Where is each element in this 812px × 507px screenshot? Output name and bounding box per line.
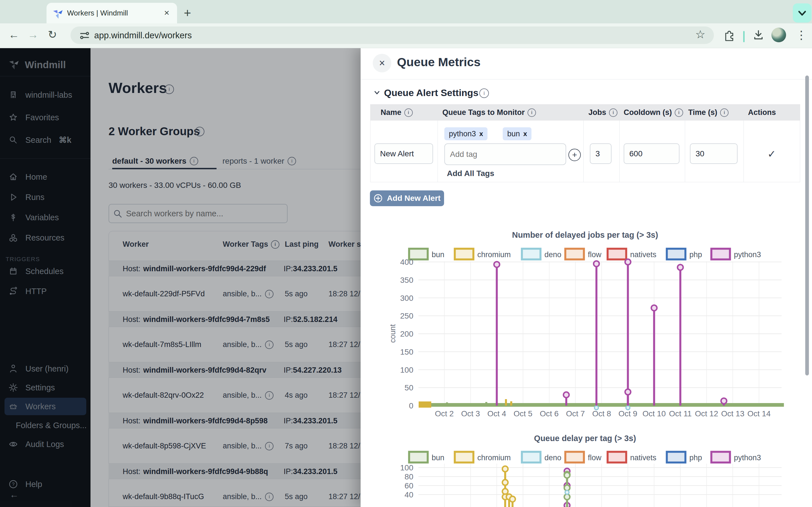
tab-search-button[interactable] (793, 3, 811, 22)
x-tick-label: Oct 5 (514, 409, 532, 418)
info-icon[interactable]: i (675, 108, 683, 117)
tag-pill-python3: python3x (444, 127, 488, 140)
chart-title: Queue delay per tag (> 3s) (534, 434, 636, 443)
plus-circle-icon (373, 193, 383, 203)
x-tick-label: Oct 10 (643, 409, 666, 418)
url-text[interactable]: app.windmill.dev/workers (94, 31, 192, 41)
legend-item-nativets[interactable]: nativets (608, 452, 656, 462)
legend-item-chromium[interactable]: chromium (455, 249, 511, 260)
x-tick-label: Oct 8 (592, 409, 611, 418)
series-marker-bun (564, 472, 570, 478)
legend-item-bun[interactable]: bun (409, 249, 444, 260)
column-divider (438, 121, 438, 182)
tag-label: bun (507, 129, 520, 138)
reload-button[interactable]: ↻ (48, 29, 57, 40)
drawer-backdrop[interactable] (0, 48, 361, 507)
bookmark-star-icon[interactable]: ☆ (695, 29, 705, 40)
legend-item-bun[interactable]: bun (409, 452, 444, 462)
legend-item-flow[interactable]: flow (565, 249, 602, 260)
alert-column-label: Cooldown (s) (624, 108, 672, 117)
y-tick-label: 100 (400, 365, 413, 374)
alert-column-header: Cooldown (s)i (624, 108, 683, 117)
tab-close-icon[interactable]: × (164, 8, 169, 18)
y-tick-label: 50 (405, 383, 413, 392)
windmill-favicon-icon (52, 7, 64, 18)
section-title: Queue Alert Settings (384, 87, 478, 98)
series-marker-python3 (721, 398, 726, 404)
divider (361, 79, 812, 79)
series-dot-deno (626, 406, 630, 410)
toolbar-separator (743, 31, 745, 42)
legend-item-deno[interactable]: deno (522, 452, 561, 462)
avatar[interactable] (771, 27, 786, 42)
add-all-tags-link[interactable]: Add All Tags (447, 169, 494, 178)
collapse-section-chevron-icon[interactable] (373, 88, 381, 98)
series-marker-python3 (651, 305, 657, 311)
legend-item-php[interactable]: php (667, 452, 702, 462)
x-tick-label: Oct 2 (435, 409, 454, 418)
confirm-check-icon[interactable]: ✓ (767, 148, 776, 160)
legend-item-python3[interactable]: python3 (711, 249, 761, 260)
alert-name-input[interactable] (374, 144, 433, 164)
add-tag-plus-button[interactable]: + (568, 149, 581, 161)
legend-item-chromium[interactable]: chromium (455, 452, 511, 462)
column-divider (619, 121, 620, 182)
y-tick-label: 400 (400, 258, 413, 267)
add-new-alert-label: Add New Alert (387, 194, 441, 203)
alert-column-label: Actions (748, 108, 776, 117)
legend-item-flow[interactable]: flow (565, 452, 602, 462)
legend-label: python3 (734, 250, 761, 259)
series-marker-python3 (594, 261, 599, 267)
close-drawer-button[interactable]: × (373, 54, 391, 72)
add-new-alert-button[interactable]: Add New Alert (370, 190, 444, 206)
info-icon[interactable]: i (720, 108, 728, 117)
info-icon[interactable]: i (404, 108, 413, 117)
series-marker-python3 (625, 389, 631, 395)
legend-item-php[interactable]: php (667, 249, 702, 260)
x-tick-label: Oct 11 (669, 409, 692, 418)
legend-item-python3[interactable]: python3 (711, 452, 761, 462)
browser-menu-kebab-icon[interactable]: ⋮ (796, 29, 807, 41)
cooldown-input[interactable] (624, 144, 679, 164)
legend-item-nativets[interactable]: nativets (608, 249, 656, 260)
y-tick-label: 350 (400, 276, 413, 284)
column-divider (744, 121, 744, 182)
alert-column-label: Time (s) (688, 108, 717, 117)
y-tick-label: 300 (400, 294, 413, 302)
download-icon[interactable] (752, 29, 765, 41)
chart-1: Queue delay per tag (> 3s)bunchromiumden… (389, 422, 812, 507)
legend-label: chromium (477, 453, 511, 462)
series-dot-deno (594, 406, 598, 410)
series-marker-chromium (510, 496, 515, 502)
remove-tag-icon[interactable]: x (523, 130, 527, 138)
legend-label: nativets (630, 250, 656, 259)
new-tab-button[interactable]: + (184, 6, 191, 20)
legend-item-deno[interactable]: deno (522, 249, 561, 260)
legend-label: php (689, 250, 702, 259)
y-axis-label: count (389, 324, 397, 343)
legend-label: python3 (734, 453, 761, 462)
forward-button[interactable]: → (28, 29, 38, 40)
jobs-input[interactable] (590, 144, 612, 164)
chart-title: Number of delayed jobs per tag (> 3s) (512, 230, 658, 239)
add-tag-input[interactable] (444, 144, 566, 165)
alert-column-label: Queue Tags to Monitor (442, 108, 525, 117)
tag-label: python3 (449, 129, 476, 138)
back-button[interactable]: ← (8, 29, 19, 40)
x-tick-label: Oct 12 (695, 409, 718, 418)
info-icon[interactable]: i (527, 108, 536, 117)
y-tick-label: 150 (400, 348, 413, 356)
series-marker-chromium (502, 480, 508, 485)
info-icon[interactable]: i (609, 108, 617, 117)
extensions-puzzle-icon[interactable] (723, 29, 735, 41)
alert-column-header: Queue Tags to Monitori (442, 108, 536, 117)
site-settings-icon[interactable] (79, 30, 90, 41)
remove-tag-icon[interactable]: x (479, 130, 483, 138)
y-tick-label: 60 (405, 482, 413, 490)
info-icon[interactable]: i (479, 89, 489, 98)
x-tick-label: Oct 13 (721, 409, 744, 418)
x-tick-label: Oct 6 (540, 409, 559, 418)
drawer-scrollbar[interactable] (805, 75, 809, 376)
alert-column-header: Namei (380, 108, 413, 117)
time-input[interactable] (690, 144, 738, 164)
